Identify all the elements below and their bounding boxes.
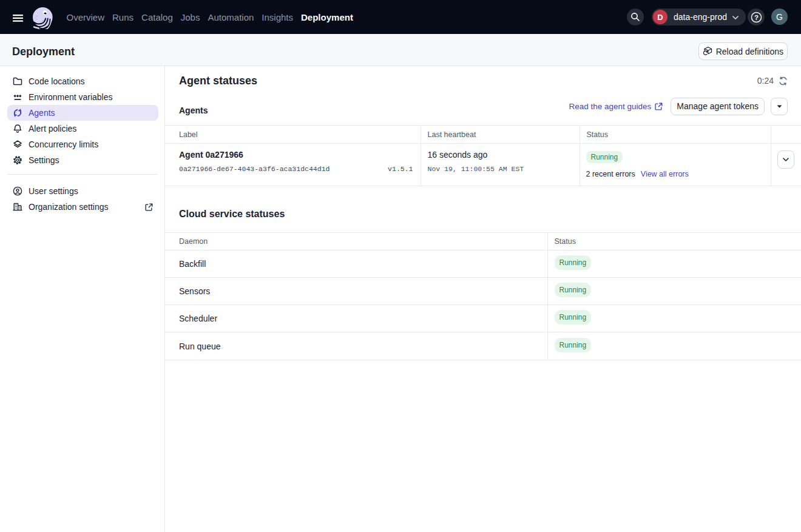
svg-text:?: ? (754, 13, 758, 21)
